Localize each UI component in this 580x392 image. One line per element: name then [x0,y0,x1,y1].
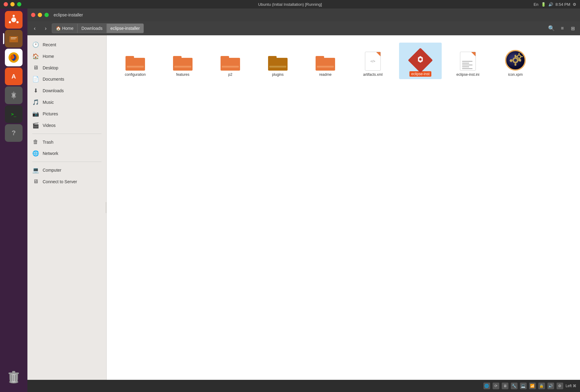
file-item-eclipse-inst-ini[interactable]: eclipse-inst.ini [447,43,489,79]
sidebar-divider-2 [32,162,101,162]
sidebar-item-music[interactable]: 🎵 Music [27,96,106,108]
tray-icon-7[interactable]: 🔒 [538,383,545,389]
taskbar-firefox-icon[interactable] [5,49,23,66]
sidebar-label-downloads: Downloads [43,88,64,93]
svg-point-20 [419,58,422,61]
file-item-eclipse-inst[interactable]: eclipse-inst [399,43,442,79]
tray-icon-1[interactable]: 🌐 [483,383,490,389]
sidebar-label-videos: Videos [43,123,56,128]
sidebar-item-network[interactable]: 🌐 Network [27,148,106,159]
sidebar-label-music: Music [43,100,54,105]
xml-icon-artifacts: </> [365,52,381,71]
view-buttons: ≡ ⊞ [557,23,578,33]
tray-icon-2[interactable]: ⟳ [493,383,499,389]
back-button[interactable]: ‹ [30,23,40,33]
breadcrumb-home[interactable]: 🏠 Home [52,23,77,33]
sidebar-divider-1 [32,134,101,134]
documents-icon: 📄 [32,76,39,82]
window-min-btn[interactable] [38,13,42,17]
file-label-features: features [176,72,189,77]
sidebar-item-downloads[interactable]: ⬇ Downloads [27,85,106,96]
window-max-btn[interactable] [44,13,49,17]
main-area: ‹ 🕐 Recent 🏠 Home 🖥 Desktop 📄 Documents … [27,35,580,380]
window-maximize-button[interactable] [17,2,21,6]
taskbar-appstore-icon[interactable]: A [5,68,23,85]
exec-icon-eclipse-inst [408,48,433,73]
ini-icon-eclipse-inst [460,52,476,71]
settings-gear-icon[interactable]: ⚙ [573,2,576,7]
forward-button[interactable]: › [41,23,51,33]
svg-point-24 [514,59,517,62]
tray-icon-9[interactable]: ⚙ [557,383,563,389]
folder-icon-p2 [221,55,240,71]
sidebar-label-connect-to-server: Connect to Server [43,179,77,184]
sidebar-label-documents: Documents [43,77,64,82]
sidebar-label-computer: Computer [43,168,61,173]
title-bar-controls [4,2,21,6]
videos-icon: 🎬 [32,122,39,129]
folder-icon-features [173,55,193,71]
sidebar-item-pictures[interactable]: 📷 Pictures [27,108,106,120]
language-indicator: En [534,2,539,7]
file-item-plugins[interactable]: plugins [256,43,299,79]
file-item-configuration[interactable]: configuration [114,43,157,79]
sidebar-label-pictures: Pictures [43,111,58,116]
connect-server-icon: 🖥 [32,178,39,185]
downloads-icon: ⬇ [32,87,39,94]
file-item-features[interactable]: features [161,43,204,79]
svg-point-3 [9,21,11,23]
sidebar-item-home[interactable]: 🏠 Home [27,51,106,62]
tray-icon-8[interactable]: 🔊 [547,383,554,389]
trash-icon: 🗑 [32,139,39,145]
svg-rect-37 [521,56,523,57]
file-label-eclipse-inst-ini: eclipse-inst.ini [456,72,479,77]
tray-icon-6[interactable]: 📶 [529,383,536,389]
taskbar-settings-icon[interactable] [5,86,23,104]
sidebar-label-network: Network [43,151,58,156]
sidebar-item-computer[interactable]: 💻 Computer [27,164,106,176]
sidebar-item-trash[interactable]: 🗑 Trash [27,136,106,148]
sidebar-label-trash: Trash [43,140,53,145]
sidebar-item-desktop[interactable]: 🖥 Desktop [27,62,106,73]
tray-icon-4[interactable]: 🔧 [511,383,518,389]
search-button[interactable]: 🔍 [546,23,556,33]
desktop-icon: 🖥 [32,65,39,71]
file-item-p2[interactable]: p2 [209,43,252,79]
file-item-readme[interactable]: readme [304,43,347,79]
music-icon: 🎵 [32,99,39,106]
sidebar-item-videos[interactable]: 🎬 Videos [27,120,106,131]
window-close-button[interactable] [4,2,8,6]
window-close-btn[interactable] [31,13,35,17]
taskbar-files-icon[interactable] [5,30,23,47]
tray-icon-3[interactable]: 🖥 [502,383,508,389]
tray-icon-5[interactable]: 💻 [520,383,527,389]
grid-view-button[interactable]: ⊞ [568,23,578,33]
list-view-button[interactable]: ≡ [557,23,567,33]
file-item-artifacts-xml[interactable]: </> artifacts.xml [352,43,394,79]
sidebar-item-recent[interactable]: 🕐 Recent [27,39,106,51]
taskbar-terminal-icon[interactable]: >_ [5,105,23,123]
folder-icon-plugins [268,55,288,71]
sidebar-collapse-button[interactable]: ‹ [106,202,107,213]
sidebar-item-connect-to-server[interactable]: 🖥 Connect to Server [27,176,106,187]
breadcrumb-downloads[interactable]: Downloads [77,23,106,33]
taskbar-help-icon[interactable]: ? [5,124,23,142]
system-bar: En 🔋 🔊 8:54 PM ⚙ [534,0,580,9]
title-bar: Ubuntu (Initial Installation) [Running] … [0,0,580,9]
sidebar-item-documents[interactable]: 📄 Documents [27,73,106,85]
svg-point-4 [16,21,19,23]
window-minimize-button[interactable] [10,2,15,6]
svg-rect-26 [515,63,516,66]
svg-rect-35 [518,53,520,54]
breadcrumb-eclipse-installer[interactable]: eclipse-installer [107,23,144,33]
svg-rect-38 [515,56,517,57]
file-item-icon-xpm[interactable]: icon.xpm [494,43,537,79]
window-title: eclipse-installer [54,12,83,17]
sidebar: ‹ 🕐 Recent 🏠 Home 🖥 Desktop 📄 Documents … [27,35,107,380]
xpm-icon-svg [505,50,526,71]
file-label-artifacts-xml: artifacts.xml [363,72,383,77]
files-window: eclipse-installer ‹ › 🏠 Home Downloads e… [27,9,580,380]
taskbar-ubuntu-icon[interactable] [5,11,23,29]
computer-icon: 💻 [32,167,39,173]
taskbar-trash-icon[interactable] [6,368,22,386]
